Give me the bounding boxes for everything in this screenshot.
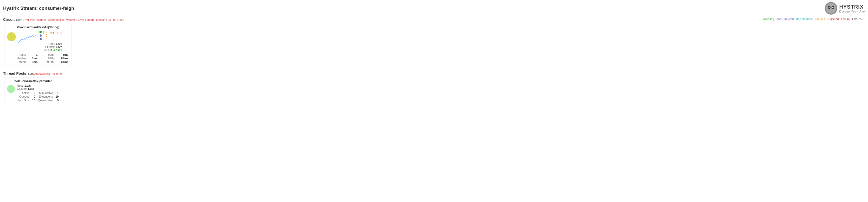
queue-size-value: 5: [53, 99, 59, 102]
mean-label: Mean: [7, 60, 26, 63]
circuit-label: Circuit: [44, 49, 53, 52]
thread-pools-section-header: Thread Pools Sort: Alphabetical | Volume…: [0, 70, 868, 76]
pipe-divider: |: [43, 30, 44, 34]
circuit-section-title: Circuit: [3, 18, 14, 22]
circuit-status-row: Circuit Closed: [38, 49, 62, 52]
num-short-circuit: 0: [40, 34, 42, 37]
active-value: 0: [30, 91, 37, 94]
tp-sort-alphabetical[interactable]: Alphabetical: [34, 72, 50, 75]
circuit-card-left: [7, 30, 16, 41]
p99-label: 99th: [38, 57, 54, 60]
hystrix-owl-svg: [825, 2, 837, 15]
circuit-stats-table: Hosts 1 90th 3ms Median 3ms 99th 64ms Me…: [7, 53, 69, 64]
num-success: 10: [38, 30, 42, 34]
left-nums: 10 0 0: [38, 30, 42, 41]
tp-sort-volume[interactable]: Volume: [52, 72, 62, 75]
circuit-sort-label: Sort:: [16, 18, 22, 21]
hosts-label: Hosts: [7, 53, 26, 56]
circuit-sort-row: Circuit Sort: Error then Volume | Alphab…: [3, 18, 865, 22]
num-short-circuit2: 0: [40, 37, 42, 41]
legend-bad-request: Bad Request: [796, 18, 813, 21]
logo-tagline: Defend Your App: [839, 10, 865, 13]
max-active-label: Max Active: [38, 91, 53, 94]
circuit-sort-bar: Sort: Error then Volume | Alphabetical |…: [16, 18, 124, 21]
p995-label: 99.5th: [38, 60, 54, 63]
sparkline-svg: [18, 31, 36, 44]
sort-mean[interactable]: Mean: [87, 18, 94, 21]
tp-card-body: Host: 1.9/s Cluster: 1.9/s Active 0 Max …: [7, 84, 59, 102]
page-title: Hystrix Stream: consumer-feign: [3, 6, 74, 11]
pool-size-label: Pool Size: [18, 99, 29, 102]
tp-cluster-label: Cluster:: [17, 87, 28, 90]
tp-card-left: [7, 85, 15, 93]
legend-failure: Failure: [841, 18, 850, 21]
cluster-label: Cluster:: [45, 45, 56, 49]
stats-row-median-99: Median 3ms 99th 64ms: [7, 57, 68, 60]
active-label: Active: [18, 91, 29, 94]
cluster-rate: 1.6/s: [56, 45, 62, 49]
p99-value: 64ms: [54, 57, 68, 60]
mean-value: 3ms: [26, 60, 37, 63]
executions-value: 19: [53, 95, 59, 98]
sort-90[interactable]: 90: [108, 18, 111, 21]
logo-text: HYSTRIX Defend Your App: [839, 4, 865, 13]
svg-point-7: [832, 7, 833, 7]
logo-name: HYSTRIX: [839, 4, 865, 10]
error-pct: 31.0 %: [50, 31, 62, 35]
legend-short-circuited: Short-Circuited: [775, 18, 794, 21]
pool-size-value: 10: [30, 99, 37, 102]
tp-cluster-rate: 1.9/s: [28, 87, 34, 90]
max-active-value: 1: [53, 91, 59, 94]
tp-host-rate-row: Host: 1.9/s: [17, 84, 59, 87]
p90-label: 90th: [38, 53, 54, 56]
circuit-status: Closed: [53, 49, 62, 52]
tp-stats-row-queued: Queued 0 Executions 19: [18, 95, 59, 98]
p995-value: 64ms: [54, 60, 68, 63]
p90-value: 3ms: [54, 53, 68, 56]
host-rate-row: Host: 1.6/s: [38, 42, 62, 45]
svg-point-6: [829, 7, 829, 7]
executions-label: Executions: [38, 95, 53, 98]
stats-row-mean-995: Mean 3ms 99.5th 64ms: [7, 60, 68, 63]
num-timeout-top: 0: [46, 30, 48, 34]
tp-card-title: hell...oud-netflix-provider: [7, 79, 59, 83]
num-timeout-mid: 0: [46, 34, 48, 37]
sort-alphabetical[interactable]: Alphabetical: [48, 18, 64, 21]
circuit-card-title: ProviderClient#sayHi(String): [7, 26, 69, 29]
sparkline: [18, 31, 36, 44]
thread-pools-sort-bar: Sort: Alphabetical | Volume |: [28, 72, 64, 75]
tp-host-label: Host:: [17, 84, 25, 87]
tp-stats-table: Active 0 Max Active 1 Queued 0 Execution…: [17, 91, 59, 102]
tp-stats-row-active: Active 0 Max Active 1: [18, 91, 59, 94]
num-timeout-bot: 5: [46, 37, 48, 41]
hosts-value: 1: [26, 53, 37, 56]
thread-pools-sort-row: Thread Pools Sort: Alphabetical | Volume…: [3, 71, 865, 76]
circuit-cards-container: ProviderClient#sayHi(String) 10 0 0: [0, 22, 868, 68]
circuit-card-numbers: 10 0 0 | 0 0 5 31.0 % Host: 1.6/s: [38, 30, 62, 52]
right-nums: 0 0 5: [46, 30, 48, 41]
host-label: Host:: [49, 42, 56, 45]
circuit-card-body: 10 0 0 | 0 0 5 31.0 % Host: 1.6/s: [7, 30, 69, 52]
thread-pool-cards-container: hell...oud-netflix-provider Host: 1.9/s …: [0, 76, 868, 106]
host-rate: 1.6/s: [56, 42, 62, 45]
thread-pools-title: Thread Pools: [3, 71, 26, 76]
sort-error-volume[interactable]: Error then Volume: [23, 18, 46, 21]
tp-card-provider: hell...oud-netflix-provider Host: 1.9/s …: [4, 78, 62, 104]
sort-volume[interactable]: Volume: [66, 18, 76, 21]
card-rates: Host: 1.6/s Cluster: 1.6/s Circuit Close…: [38, 42, 62, 52]
stats-top-row: 10 0 0 | 0 0 5 31.0 %: [38, 30, 62, 41]
sort-median[interactable]: Median: [96, 18, 105, 21]
tp-status-circle: [7, 85, 15, 93]
logo-area: HYSTRIX Defend Your App: [825, 2, 865, 15]
sort-995[interactable]: 99.5: [119, 18, 124, 21]
median-label: Median: [7, 57, 26, 60]
sort-99[interactable]: 99: [113, 18, 116, 21]
legend-rejected: Rejected: [828, 18, 839, 21]
tp-cluster-rate-row: Cluster: 1.9/s: [17, 87, 59, 90]
sort-error[interactable]: Error: [78, 18, 84, 21]
legend-timeout: Timeout: [815, 18, 825, 21]
legend-bar: Success | Short-Circuited | Bad Request …: [762, 18, 862, 21]
queue-size-label: Queue Size: [38, 99, 53, 102]
queued-value: 0: [30, 95, 37, 98]
tp-sort-label: Sort:: [28, 72, 34, 75]
